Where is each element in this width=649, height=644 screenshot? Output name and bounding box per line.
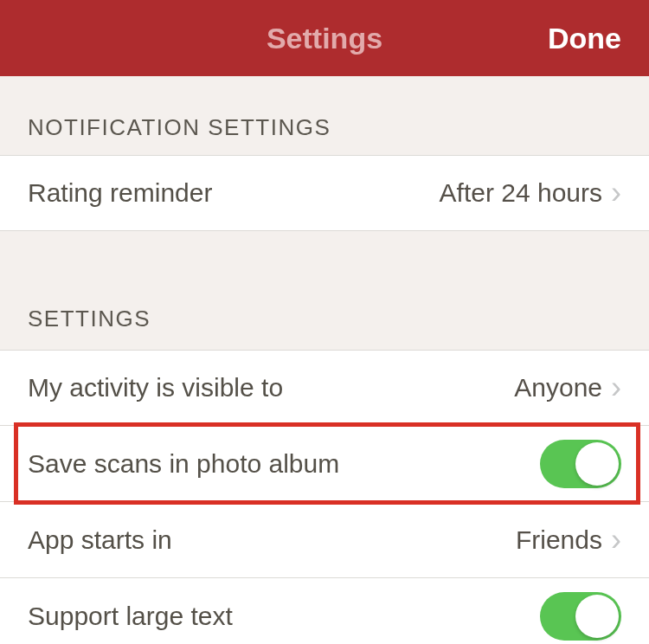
- rating-reminder-label: Rating reminder: [28, 178, 212, 208]
- page-title: Settings: [267, 22, 382, 55]
- save-scans-label: Save scans in photo album: [28, 449, 339, 479]
- settings-section-header: SETTINGS: [0, 231, 649, 350]
- rating-reminder-value-container: After 24 hours ›: [440, 175, 621, 211]
- app-starts-label: App starts in: [28, 525, 172, 555]
- save-scans-toggle[interactable]: [540, 440, 621, 488]
- rating-reminder-value: After 24 hours: [440, 178, 602, 208]
- done-button[interactable]: Done: [548, 22, 621, 55]
- app-starts-row[interactable]: App starts in Friends ›: [0, 502, 649, 578]
- app-starts-value: Friends: [516, 525, 602, 555]
- rating-reminder-row[interactable]: Rating reminder After 24 hours ›: [0, 155, 649, 231]
- chevron-right-icon: ›: [611, 175, 621, 211]
- toggle-knob: [575, 442, 619, 486]
- large-text-label: Support large text: [28, 602, 233, 631]
- large-text-toggle[interactable]: [540, 592, 621, 641]
- activity-visible-value: Anyone: [514, 373, 602, 402]
- toggle-knob: [575, 595, 619, 638]
- save-scans-row[interactable]: Save scans in photo album: [0, 426, 649, 502]
- header: Settings Done: [0, 0, 649, 76]
- chevron-right-icon: ›: [611, 370, 621, 406]
- app-starts-value-container: Friends ›: [516, 522, 621, 558]
- activity-visible-label: My activity is visible to: [28, 373, 283, 402]
- chevron-right-icon: ›: [611, 522, 621, 558]
- activity-visible-row[interactable]: My activity is visible to Anyone ›: [0, 350, 649, 426]
- activity-visible-value-container: Anyone ›: [514, 370, 621, 406]
- large-text-row[interactable]: Support large text: [0, 578, 649, 644]
- notification-section-header: NOTIFICATION SETTINGS: [0, 76, 649, 155]
